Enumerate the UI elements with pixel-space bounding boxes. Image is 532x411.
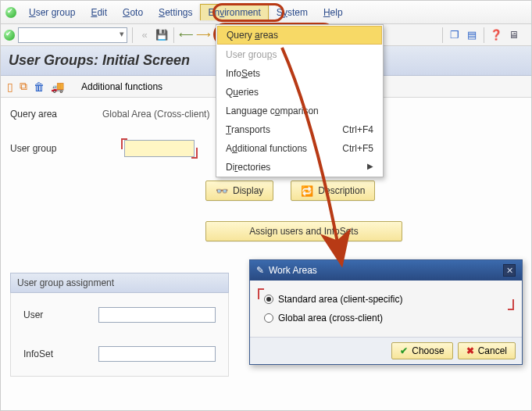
user-group-input[interactable] (124, 140, 195, 157)
cancel-button[interactable]: ✖Cancel (458, 342, 516, 359)
dd-transports[interactable]: TransportsCtrl+F4 (216, 120, 383, 139)
dialog-body: Standard area (client-specific) Global a… (250, 281, 522, 337)
menu-environment[interactable]: Environment (200, 4, 268, 20)
separator (132, 27, 133, 43)
radio-label: Standard area (client-specific) (278, 294, 402, 305)
back-arrow-icon[interactable]: ⟵ (179, 28, 193, 42)
choose-button[interactable]: ✔Choose (391, 342, 452, 359)
user-group-label: User group (10, 143, 96, 154)
infoset-input[interactable] (98, 346, 216, 362)
chevron-right-icon: ▶ (367, 162, 373, 173)
menu-help[interactable]: Help (316, 4, 351, 21)
change-icon: 🔁 (301, 185, 313, 197)
radio-icon (264, 295, 273, 304)
user-label: User (23, 309, 92, 320)
separator (442, 27, 443, 43)
menu-user-group[interactable]: User group (21, 4, 83, 21)
menubar: User group Edit Goto Settings Environmen… (1, 1, 531, 24)
exit-arrow-icon[interactable]: ⟶ (196, 28, 210, 42)
save-icon[interactable]: 💾 (155, 28, 169, 42)
assign-button[interactable]: Assign users and InfoSets (205, 221, 402, 241)
radio-label: Global area (cross-client) (278, 313, 383, 323)
transport-icon[interactable]: 🚚 (51, 80, 64, 93)
user-input[interactable] (98, 307, 216, 323)
delete-icon[interactable]: 🗑 (34, 80, 45, 93)
check-icon: ✔ (400, 345, 408, 356)
dialog-footer: ✔Choose ✖Cancel (250, 337, 522, 364)
menu-edit[interactable]: Edit (83, 4, 115, 21)
panel-body: User InfoSet (10, 293, 229, 377)
layout-icon[interactable]: ▤ (465, 28, 479, 42)
infoset-label: InfoSet (23, 348, 92, 359)
query-area-label: Query area (10, 109, 96, 120)
separator (484, 27, 484, 43)
menu-system[interactable]: System (269, 4, 316, 21)
dd-user-groups: User groups (216, 45, 383, 64)
ok-icon[interactable] (4, 30, 15, 41)
radio-icon (264, 313, 273, 323)
dialog-titlebar: ✎Work Areas ✕ (250, 260, 522, 281)
x-icon: ✖ (466, 345, 474, 356)
dd-directories[interactable]: Directories▶ (216, 158, 383, 177)
dialog-title: Work Areas (269, 265, 317, 276)
work-areas-dialog: ✎Work Areas ✕ Standard area (client-spec… (249, 259, 523, 365)
create-icon[interactable]: ▯ (7, 80, 13, 93)
glasses-icon: 👓 (216, 185, 228, 197)
radio-global-area[interactable]: Global area (cross-client) (261, 311, 511, 325)
menu-goto[interactable]: Goto (115, 4, 151, 21)
panel-title: User group assignment (10, 273, 229, 293)
menu-settings[interactable]: Settings (151, 4, 200, 21)
dd-query-areas[interactable]: Query areas (217, 26, 382, 45)
description-button[interactable]: 🔁Description (291, 180, 375, 201)
environment-dropdown: Query areas User groups InfoSets Queries… (216, 24, 384, 177)
dd-queries[interactable]: Queries (216, 83, 383, 102)
monitor-icon[interactable]: 🖥 (506, 28, 520, 42)
window-icon: ✎ (256, 265, 264, 276)
dd-additional-functions[interactable]: Additional functionsCtrl+F5 (216, 139, 383, 158)
copy-icon[interactable]: ⧉ (20, 80, 27, 93)
newwin-icon[interactable]: ❐ (448, 28, 462, 42)
additional-functions-label[interactable]: Additional functions (81, 81, 162, 92)
back-icon[interactable]: « (137, 28, 152, 42)
separator (173, 27, 174, 43)
radio-standard-area[interactable]: Standard area (client-specific) (264, 294, 508, 305)
help-icon[interactable]: ❓ (489, 28, 503, 42)
query-area-value: Global Area (Cross-client) (102, 109, 209, 120)
dd-lang-comparison[interactable]: Language comparison (216, 102, 383, 120)
command-field[interactable] (18, 27, 127, 43)
close-icon[interactable]: ✕ (503, 264, 516, 277)
ok-icon (5, 7, 16, 18)
dd-infosets[interactable]: InfoSets (216, 64, 383, 83)
display-button[interactable]: 👓Display (205, 180, 273, 201)
